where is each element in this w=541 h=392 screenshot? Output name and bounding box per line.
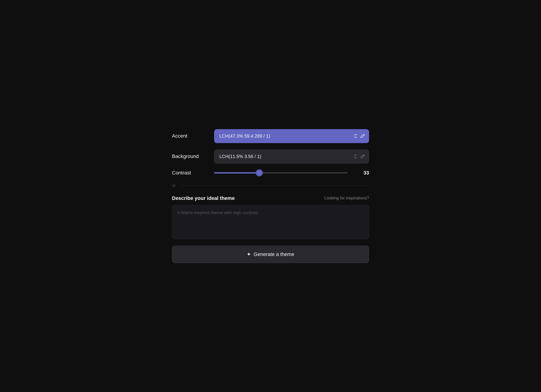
accent-row: Accent LCH(47.3% 59.4 289 / 1) (172, 129, 369, 143)
contrast-value: 33 (358, 170, 369, 176)
theme-section-title: Describe your ideal theme (172, 195, 235, 201)
generate-button[interactable]: ✦ Generate a theme (172, 246, 369, 263)
or-text: or (172, 183, 176, 188)
background-chevron-icon[interactable] (353, 154, 358, 159)
background-input-wrapper: LCH(11.5% 3.56 / 1) (214, 149, 369, 163)
accent-color-input[interactable]: LCH(47.3% 59.4 289 / 1) (214, 129, 369, 143)
accent-input-wrapper: LCH(47.3% 59.4 289 / 1) (214, 129, 369, 143)
background-label: Background (172, 153, 209, 159)
or-divider: or (172, 183, 369, 188)
divider-line (179, 185, 369, 186)
sparkle-icon: ✦ (247, 251, 251, 257)
background-value: LCH(11.5% 3.56 / 1) (219, 154, 261, 159)
generate-button-label: Generate a theme (254, 251, 294, 257)
accent-chevron-icon[interactable] (353, 133, 358, 138)
contrast-label: Contrast (172, 170, 209, 176)
contrast-slider[interactable] (214, 172, 348, 173)
background-row: Background LCH(11.5% 3.56 / 1) (172, 149, 369, 163)
contrast-slider-wrapper (214, 172, 348, 173)
accent-icons (353, 133, 365, 138)
accent-label: Accent (172, 133, 209, 139)
background-eyedropper-icon[interactable] (360, 154, 365, 159)
theme-description-section: Describe your ideal theme Looking for in… (172, 195, 369, 240)
inspirations-link[interactable]: Looking for inspirations? (324, 196, 369, 201)
theme-textarea[interactable] (172, 205, 369, 239)
theme-section-header: Describe your ideal theme Looking for in… (172, 195, 369, 201)
accent-eyedropper-icon[interactable] (360, 133, 365, 138)
background-icons (353, 154, 365, 159)
background-color-input[interactable]: LCH(11.5% 3.56 / 1) (214, 149, 369, 163)
contrast-row: Contrast 33 (172, 170, 369, 176)
theme-panel: Accent LCH(47.3% 59.4 289 / 1) (167, 120, 374, 272)
accent-value: LCH(47.3% 59.4 289 / 1) (219, 133, 270, 139)
